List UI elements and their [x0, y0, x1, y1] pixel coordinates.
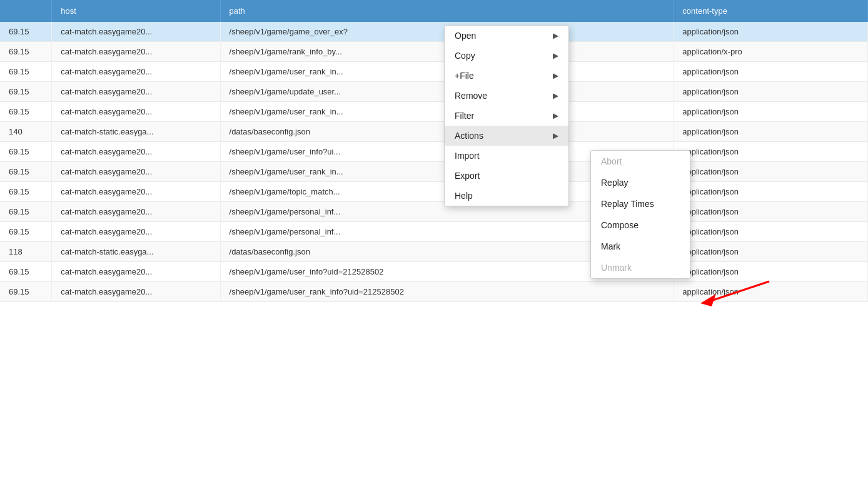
cell-host: cat-match.easygame20...: [52, 42, 220, 62]
table-row[interactable]: 118cat-match-static.easyga.../datas/base…: [0, 242, 868, 262]
col-type: content-type: [674, 0, 868, 22]
cell-type: application/json: [674, 82, 868, 102]
cell-host: cat-match-static.easyga...: [52, 122, 220, 142]
table-row[interactable]: 69.15cat-match.easygame20.../sheep/v1/ga…: [0, 62, 868, 82]
table-header-row: host path content-type: [0, 0, 868, 22]
cell-type: application/json: [674, 22, 868, 42]
cell-host: cat-match.easygame20...: [52, 142, 220, 162]
table-row[interactable]: 69.15cat-match.easygame20.../sheep/v1/ga…: [0, 162, 868, 182]
cell-type: application/json: [674, 282, 868, 302]
cell-host: cat-match.easygame20...: [52, 262, 220, 282]
submenu-item-replay[interactable]: Replay: [591, 172, 690, 193]
cell-id: 69.15: [0, 82, 52, 102]
col-host: host: [52, 0, 220, 22]
table-row[interactable]: 69.15cat-match.easygame20.../sheep/v1/ga…: [0, 22, 868, 42]
menu-item-label: Export: [455, 171, 480, 181]
cell-host: cat-match.easygame20...: [52, 22, 220, 42]
cell-type: application/json: [674, 162, 868, 182]
submenu-arrow-icon: ▶: [553, 31, 558, 40]
cell-id: 69.15: [0, 22, 52, 42]
menu-item-export[interactable]: Export: [445, 166, 568, 186]
cell-id: 69.15: [0, 62, 52, 82]
menu-item-open[interactable]: Open▶: [445, 26, 568, 46]
submenu-arrow-icon: ▶: [553, 131, 558, 140]
cell-type: application/json: [674, 182, 868, 202]
cell-id: 69.15: [0, 42, 52, 62]
table-row[interactable]: 140cat-match-static.easyga.../datas/base…: [0, 122, 868, 142]
col-path: path: [220, 0, 674, 22]
cell-id: 69.15: [0, 202, 52, 222]
cell-host: cat-match.easygame20...: [52, 62, 220, 82]
cell-type: application/json: [674, 102, 868, 122]
table-row[interactable]: 69.15cat-match.easygame20.../sheep/v1/ga…: [0, 42, 868, 62]
menu-item-label: Copy: [455, 51, 475, 61]
submenu-arrow-icon: ▶: [553, 51, 558, 60]
table-row[interactable]: 69.15cat-match.easygame20.../sheep/v1/ga…: [0, 262, 868, 282]
cell-path: /sheep/v1/game/user_rank_info?uid=212528…: [220, 282, 674, 302]
submenu-arrow-icon: ▶: [553, 91, 558, 100]
cell-id: 69.15: [0, 182, 52, 202]
cell-type: application/json: [674, 242, 868, 262]
table-row[interactable]: 69.15cat-match.easygame20.../sheep/v1/ga…: [0, 202, 868, 222]
menu-item-import[interactable]: Import: [445, 146, 568, 166]
menu-item-label: Remove: [455, 91, 487, 101]
menu-item-label: +File: [455, 71, 474, 81]
cell-type: application/json: [674, 202, 868, 222]
context-menu: Open▶Copy▶+File▶Remove▶Filter▶Actions▶Im…: [444, 25, 569, 206]
menu-item-file[interactable]: +File▶: [445, 66, 568, 86]
table-row[interactable]: 69.15cat-match.easygame20.../sheep/v1/ga…: [0, 82, 868, 102]
menu-item-actions[interactable]: Actions▶: [445, 126, 568, 146]
cell-id: 140: [0, 122, 52, 142]
submenu-arrow-icon: ▶: [553, 111, 558, 120]
menu-item-copy[interactable]: Copy▶: [445, 46, 568, 66]
cell-id: 69.15: [0, 142, 52, 162]
menu-item-label: Open: [455, 31, 476, 41]
menu-item-label: Import: [455, 151, 480, 161]
submenu-item-replay-times[interactable]: Replay Times: [591, 193, 690, 214]
cell-type: application/json: [674, 62, 868, 82]
cell-host: cat-match.easygame20...: [52, 82, 220, 102]
cell-id: 69.15: [0, 162, 52, 182]
table-body: 69.15cat-match.easygame20.../sheep/v1/ga…: [0, 22, 868, 302]
menu-item-label: Help: [455, 191, 473, 201]
cell-id: 118: [0, 242, 52, 262]
cell-id: 69.15: [0, 102, 52, 122]
cell-type: application/json: [674, 122, 868, 142]
table-row[interactable]: 69.15cat-match.easygame20.../sheep/v1/ga…: [0, 282, 868, 302]
actions-submenu: AbortReplayReplay TimesComposeMarkUnmark: [590, 150, 690, 279]
table-row[interactable]: 69.15cat-match.easygame20.../sheep/v1/ga…: [0, 142, 868, 162]
menu-item-label: Actions: [455, 131, 483, 141]
cell-host: cat-match.easygame20...: [52, 222, 220, 242]
submenu-item-unmark: Unmark: [591, 257, 690, 278]
submenu-item-abort: Abort: [591, 151, 690, 172]
cell-type: application/json: [674, 142, 868, 162]
menu-item-filter[interactable]: Filter▶: [445, 106, 568, 126]
submenu-item-compose[interactable]: Compose: [591, 214, 690, 236]
cell-type: application/json: [674, 262, 868, 282]
submenu-arrow-icon: ▶: [553, 71, 558, 80]
menu-item-help[interactable]: Help: [445, 186, 568, 206]
cell-host: cat-match.easygame20...: [52, 282, 220, 302]
cell-host: cat-match.easygame20...: [52, 162, 220, 182]
main-container: host path content-type 69.15cat-match.ea…: [0, 0, 868, 479]
cell-host: cat-match.easygame20...: [52, 182, 220, 202]
table-row[interactable]: 69.15cat-match.easygame20.../sheep/v1/ga…: [0, 102, 868, 122]
menu-item-remove[interactable]: Remove▶: [445, 86, 568, 106]
cell-host: cat-match.easygame20...: [52, 102, 220, 122]
cell-host: cat-match.easygame20...: [52, 202, 220, 222]
cell-type: application/x-pro: [674, 42, 868, 62]
col-id: [0, 0, 52, 22]
cell-type: application/json: [674, 222, 868, 242]
menu-item-label: Filter: [455, 111, 474, 121]
cell-id: 69.15: [0, 262, 52, 282]
cell-id: 69.15: [0, 222, 52, 242]
table-row[interactable]: 69.15cat-match.easygame20.../sheep/v1/ga…: [0, 182, 868, 202]
cell-host: cat-match-static.easyga...: [52, 242, 220, 262]
submenu-item-mark[interactable]: Mark: [591, 236, 690, 257]
cell-id: 69.15: [0, 282, 52, 302]
table-row[interactable]: 69.15cat-match.easygame20.../sheep/v1/ga…: [0, 222, 868, 242]
requests-table: host path content-type 69.15cat-match.ea…: [0, 0, 868, 302]
